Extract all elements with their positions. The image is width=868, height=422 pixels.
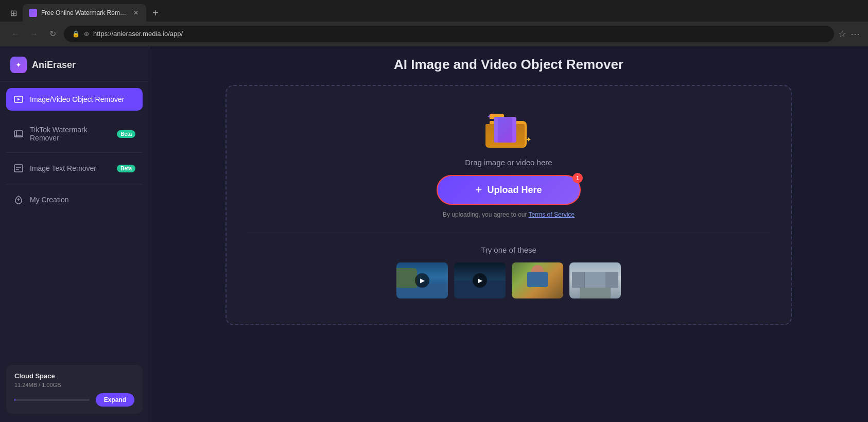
cloud-space-title: Cloud Space xyxy=(14,372,134,380)
tos-text: By uploading, you agree to our Terms of … xyxy=(443,211,575,218)
cloud-space-card: Cloud Space 11.24MB / 1.00GB Expand xyxy=(6,365,143,414)
tab-favicon xyxy=(29,9,37,17)
sidebar-item-label: Image/Video Object Remover xyxy=(30,95,135,103)
address-bar: ← → ↻ 🔒 ⊕ https://anieraser.media.io/app… xyxy=(0,22,868,46)
upload-button-label: Upload Here xyxy=(487,185,542,196)
tiktok-icon xyxy=(13,129,24,139)
upload-area: ✦ ✦ Drag image or video here + Upload He… xyxy=(225,85,792,325)
image-video-icon xyxy=(13,94,24,104)
my-creation-icon xyxy=(13,195,24,205)
expand-button[interactable]: Expand xyxy=(96,393,134,407)
section-divider xyxy=(247,233,770,233)
nav-divider-1 xyxy=(6,115,143,115)
browser-chrome: ⊞ Free Online Watermark Remove ✕ + ← → ↻… xyxy=(0,0,868,46)
main-content: AI Image and Video Object Remover ✦ ✦ Dr… xyxy=(149,46,868,422)
back-button[interactable]: ← xyxy=(8,27,23,41)
new-tab-button[interactable]: + xyxy=(148,6,163,20)
sample-image-3[interactable] xyxy=(512,262,563,298)
folder-illustration: ✦ ✦ xyxy=(485,107,532,148)
tab-switcher-button[interactable]: ⊞ xyxy=(6,6,21,20)
tab-title: Free Online Watermark Remove xyxy=(41,9,128,16)
folder-papers xyxy=(494,117,516,143)
beta-badge-tiktok: Beta xyxy=(117,130,135,138)
tos-prefix: By uploading, you agree to our xyxy=(443,211,529,218)
forward-button[interactable]: → xyxy=(27,27,41,41)
sample-image-1[interactable]: ▶ xyxy=(396,262,448,298)
sample-images-grid: ▶ ▶ xyxy=(396,262,621,298)
tracking-protection-icon: ⊕ xyxy=(84,30,89,38)
tab-bar: ⊞ Free Online Watermark Remove ✕ + xyxy=(0,0,868,22)
play-icon-2: ▶ xyxy=(473,273,487,288)
sidebar-item-label: TikTok Watermark Remover xyxy=(30,126,111,142)
sample-image-2[interactable]: ▶ xyxy=(454,262,506,298)
play-icon-1: ▶ xyxy=(415,273,429,288)
tos-link[interactable]: Terms of Service xyxy=(529,211,575,218)
active-tab[interactable]: Free Online Watermark Remove ✕ xyxy=(23,4,146,22)
upload-button[interactable]: + Upload Here xyxy=(437,175,581,205)
sparkle-yellow-icon: ✦ xyxy=(526,135,532,144)
sample-image-4[interactable] xyxy=(569,262,621,298)
nav-divider-3 xyxy=(6,184,143,184)
try-section-label: Try one of these xyxy=(481,245,536,254)
progress-bar-background xyxy=(14,399,90,401)
bookmark-button[interactable]: ☆ xyxy=(838,28,846,40)
browser-menu-button[interactable]: ⋯ xyxy=(850,28,860,40)
tab-close-button[interactable]: ✕ xyxy=(132,9,140,17)
drag-drop-text: Drag image or video here xyxy=(465,158,552,167)
logo-icon: ✦ xyxy=(10,57,27,73)
security-icon: 🔒 xyxy=(72,30,80,38)
cloud-space-actions: Expand xyxy=(14,393,134,407)
beta-badge-text: Beta xyxy=(117,165,135,172)
refresh-button[interactable]: ↻ xyxy=(45,27,60,41)
sidebar-item-image-text-remover[interactable]: Image Text Remover Beta xyxy=(6,157,143,180)
sidebar: ✦ AniEraser Image/Video Object Remover xyxy=(0,46,149,422)
notification-badge: 1 xyxy=(572,173,583,183)
page-title: AI Image and Video Object Remover xyxy=(394,57,623,73)
url-text: https://anieraser.media.io/app/ xyxy=(93,30,183,38)
cloud-space-usage: 11.24MB / 1.00GB xyxy=(14,382,134,388)
plus-icon: + xyxy=(476,183,482,197)
sidebar-item-my-creation[interactable]: My Creation xyxy=(6,188,143,211)
progress-bar-fill xyxy=(14,399,15,401)
nav-section: Image/Video Object Remover TikTok Waterm… xyxy=(0,82,149,365)
app-layout: ✦ AniEraser Image/Video Object Remover xyxy=(0,46,868,422)
url-bar[interactable]: 🔒 ⊕ https://anieraser.media.io/app/ xyxy=(64,26,834,42)
logo-area: ✦ AniEraser xyxy=(0,46,149,82)
sidebar-item-label: My Creation xyxy=(30,196,135,204)
sidebar-item-tiktok-watermark[interactable]: TikTok Watermark Remover Beta xyxy=(6,119,143,148)
upload-button-wrapper: + Upload Here 1 xyxy=(437,175,581,205)
image-text-icon xyxy=(13,163,24,173)
svg-marker-1 xyxy=(18,98,20,101)
svg-rect-5 xyxy=(14,165,23,172)
logo-text: AniEraser xyxy=(32,60,76,71)
sidebar-item-image-video-remover[interactable]: Image/Video Object Remover xyxy=(6,88,143,111)
nav-divider-2 xyxy=(6,152,143,153)
sidebar-item-label: Image Text Remover xyxy=(30,164,111,172)
